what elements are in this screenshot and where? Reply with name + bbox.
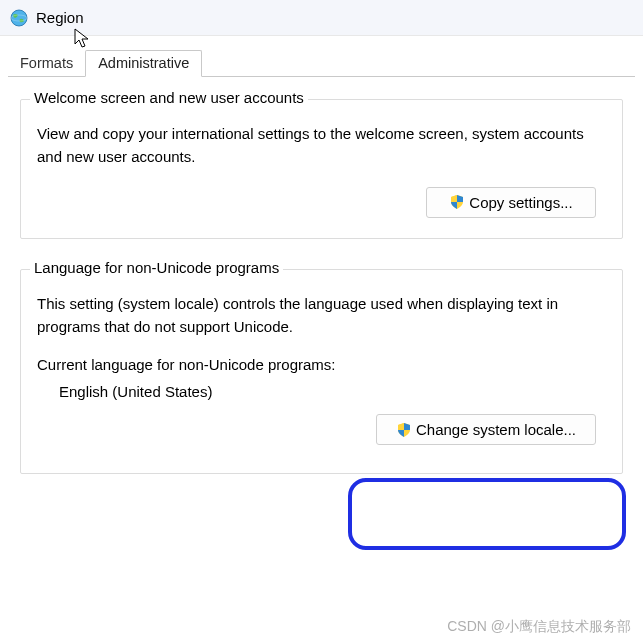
welcome-description: View and copy your international setting… bbox=[37, 122, 606, 169]
shield-icon bbox=[449, 194, 465, 210]
change-system-locale-button[interactable]: Change system locale... bbox=[376, 414, 596, 445]
shield-icon bbox=[396, 422, 412, 438]
copy-settings-label: Copy settings... bbox=[469, 194, 572, 211]
tabstrip: Formats Administrative bbox=[0, 36, 643, 76]
locale-description: This setting (system locale) controls th… bbox=[37, 292, 606, 339]
copy-settings-button[interactable]: Copy settings... bbox=[426, 187, 596, 218]
group-non-unicode: Language for non-Unicode programs This s… bbox=[20, 269, 623, 475]
globe-icon bbox=[10, 9, 28, 27]
group-welcome-screen: Welcome screen and new user accounts Vie… bbox=[20, 99, 623, 239]
svg-point-0 bbox=[11, 10, 27, 26]
tab-content: Welcome screen and new user accounts Vie… bbox=[0, 77, 643, 514]
window-title: Region bbox=[36, 9, 84, 26]
group-locale-legend: Language for non-Unicode programs bbox=[30, 259, 283, 276]
current-locale-label: Current language for non-Unicode program… bbox=[37, 356, 606, 373]
tab-formats[interactable]: Formats bbox=[8, 51, 85, 76]
group-welcome-legend: Welcome screen and new user accounts bbox=[30, 89, 308, 106]
tab-administrative[interactable]: Administrative bbox=[85, 50, 202, 77]
watermark: CSDN @小鹰信息技术服务部 bbox=[447, 618, 631, 636]
titlebar: Region bbox=[0, 0, 643, 36]
change-locale-label: Change system locale... bbox=[416, 421, 576, 438]
current-locale-value: English (United States) bbox=[59, 383, 606, 400]
